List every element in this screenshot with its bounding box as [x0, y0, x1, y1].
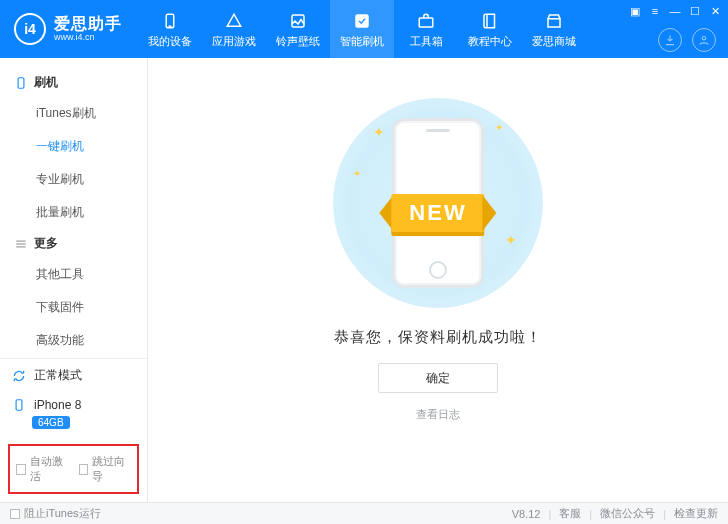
- ribbon-text: NEW: [391, 194, 484, 232]
- new-ribbon: NEW: [379, 194, 496, 232]
- nav-toolbox[interactable]: 工具箱: [394, 0, 458, 58]
- sidebar-item-advanced[interactable]: 高级功能: [0, 324, 147, 357]
- svg-rect-3: [356, 15, 368, 27]
- sidebar-group-label: 刷机: [34, 74, 58, 91]
- block-itunes-checkbox[interactable]: 阻止iTunes运行: [10, 506, 101, 521]
- phone-icon: [14, 76, 28, 90]
- sidebar-item-oneclick-flash[interactable]: 一键刷机: [0, 130, 147, 163]
- checkbox-label: 自动激活: [30, 454, 69, 484]
- nav-label: 应用游戏: [212, 34, 256, 49]
- sidebar-group-more: 更多: [0, 229, 147, 258]
- sidebar-item-download-firmware[interactable]: 下载固件: [0, 291, 147, 324]
- toolbox-icon: [415, 10, 437, 32]
- top-nav: 我的设备 应用游戏 铃声壁纸 智能刷机 工具箱 教程中心 爱思商城: [138, 0, 586, 58]
- sidebar-item-other-tools[interactable]: 其他工具: [0, 258, 147, 291]
- nav-my-device[interactable]: 我的设备: [138, 0, 202, 58]
- support-link[interactable]: 客服: [559, 506, 581, 521]
- storage-badge: 64GB: [32, 416, 70, 429]
- checkbox-icon: [10, 509, 20, 519]
- device-icon: [159, 10, 181, 32]
- apps-icon: [223, 10, 245, 32]
- download-button[interactable]: [658, 28, 682, 52]
- brand-site: www.i4.cn: [54, 33, 122, 43]
- wallpaper-icon: [287, 10, 309, 32]
- app-header: i4 爱思助手 www.i4.cn 我的设备 应用游戏 铃声壁纸 智能刷机 工具…: [0, 0, 728, 58]
- confirm-button[interactable]: 确定: [378, 363, 498, 393]
- sparkle-icon: ✦: [353, 168, 361, 179]
- nav-label: 智能刷机: [340, 34, 384, 49]
- user-button[interactable]: [692, 28, 716, 52]
- shirt-icon[interactable]: ▣: [628, 4, 642, 18]
- header-actions: [658, 28, 716, 52]
- book-icon: [479, 10, 501, 32]
- nav-store[interactable]: 爱思商城: [522, 0, 586, 58]
- checkbox-label: 跳过向导: [92, 454, 131, 484]
- logo-icon: i4: [14, 13, 46, 45]
- menu-icon[interactable]: ≡: [648, 4, 662, 18]
- svg-rect-4: [419, 18, 433, 27]
- device-info[interactable]: iPhone 8 64GB: [0, 392, 147, 440]
- minimize-icon[interactable]: —: [668, 4, 682, 18]
- checkbox-label: 阻止iTunes运行: [24, 506, 101, 521]
- check-update-link[interactable]: 检查更新: [674, 506, 718, 521]
- skip-guide-checkbox[interactable]: 跳过向导: [79, 454, 132, 484]
- sidebar-group-flash: 刷机: [0, 68, 147, 97]
- nav-label: 铃声壁纸: [276, 34, 320, 49]
- nav-flash[interactable]: 智能刷机: [330, 0, 394, 58]
- sidebar-item-pro-flash[interactable]: 专业刷机: [0, 163, 147, 196]
- nav-label: 我的设备: [148, 34, 192, 49]
- view-log-link[interactable]: 查看日志: [416, 407, 460, 422]
- version-label: V8.12: [512, 508, 541, 520]
- mode-label: 正常模式: [34, 367, 82, 384]
- nav-ringtones[interactable]: 铃声壁纸: [266, 0, 330, 58]
- brand-logo: i4 爱思助手 www.i4.cn: [0, 13, 132, 45]
- success-message: 恭喜您，保资料刷机成功啦！: [334, 328, 542, 347]
- close-icon[interactable]: ✕: [708, 4, 722, 18]
- nav-tutorials[interactable]: 教程中心: [458, 0, 522, 58]
- brand-name: 爱思助手: [54, 15, 122, 33]
- success-illustration: ✦ ✦ ✦ ✦ NEW: [333, 98, 543, 308]
- wechat-link[interactable]: 微信公众号: [600, 506, 655, 521]
- svg-point-6: [702, 37, 706, 41]
- sparkle-icon: ✦: [373, 124, 385, 140]
- sidebar-item-batch-flash[interactable]: 批量刷机: [0, 196, 147, 229]
- sidebar: 刷机 iTunes刷机 一键刷机 专业刷机 批量刷机 更多 其他工具 下载固件 …: [0, 58, 148, 502]
- store-icon: [543, 10, 565, 32]
- highlight-box: 自动激活 跳过向导: [8, 444, 139, 494]
- sparkle-icon: ✦: [495, 122, 503, 133]
- sparkle-icon: ✦: [505, 232, 517, 248]
- svg-rect-7: [18, 77, 24, 88]
- sidebar-item-itunes-flash[interactable]: iTunes刷机: [0, 97, 147, 130]
- status-bar: 阻止iTunes运行 V8.12 | 客服 | 微信公众号 | 检查更新: [0, 502, 728, 524]
- window-controls: ▣ ≡ — ☐ ✕: [628, 4, 722, 18]
- nav-label: 教程中心: [468, 34, 512, 49]
- nav-label: 爱思商城: [532, 34, 576, 49]
- device-small-icon: [12, 398, 26, 412]
- refresh-icon: [12, 369, 26, 383]
- device-name: iPhone 8: [34, 398, 81, 412]
- checkbox-icon: [16, 464, 26, 475]
- auto-activate-checkbox[interactable]: 自动激活: [16, 454, 69, 484]
- svg-rect-11: [16, 400, 22, 411]
- maximize-icon[interactable]: ☐: [688, 4, 702, 18]
- sidebar-group-label: 更多: [34, 235, 58, 252]
- more-icon: [14, 237, 28, 251]
- checkbox-icon: [79, 464, 89, 475]
- nav-apps[interactable]: 应用游戏: [202, 0, 266, 58]
- nav-label: 工具箱: [410, 34, 443, 49]
- device-mode[interactable]: 正常模式: [0, 359, 147, 392]
- main-content: ✦ ✦ ✦ ✦ NEW 恭喜您，保资料刷机成功啦！ 确定 查看日志: [148, 58, 728, 502]
- flash-icon: [351, 10, 373, 32]
